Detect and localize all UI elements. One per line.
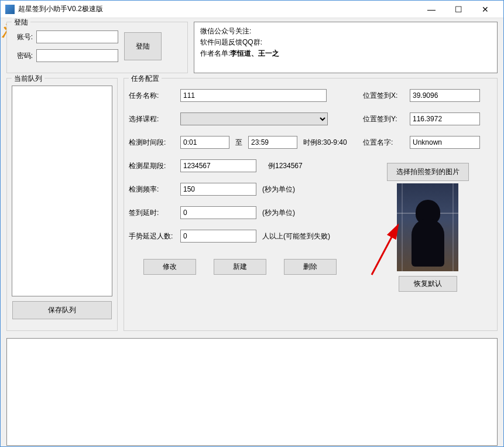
time-label: 检测时间段: — [129, 138, 174, 148]
login-button[interactable]: 登陆 — [124, 32, 162, 60]
info-line2: 软件问题反馈QQ群: — [200, 37, 491, 48]
delay-input[interactable] — [180, 206, 256, 219]
info-line1: 微信公众号关注: — [200, 26, 491, 37]
delay-hint: (秒为单位) — [262, 208, 295, 218]
queue-legend: 当前队列 — [12, 74, 44, 84]
queue-list[interactable] — [12, 86, 112, 296]
locy-label: 位置签到Y: — [363, 114, 404, 124]
week-label: 检测星期段: — [129, 161, 174, 171]
delay-label: 签到延时: — [129, 208, 174, 218]
delete-button[interactable]: 删除 — [284, 259, 337, 275]
gesture-hint: 人以上(可能签到失败) — [262, 231, 330, 241]
course-label: 选择课程: — [129, 114, 174, 124]
freq-label: 检测频率: — [129, 185, 174, 195]
week-input[interactable] — [180, 159, 256, 172]
modify-button[interactable]: 修改 — [143, 259, 196, 275]
minimize-button[interactable]: — — [418, 1, 445, 18]
account-input[interactable] — [36, 30, 118, 43]
freq-hint: (秒为单位) — [262, 185, 295, 195]
time-from-input[interactable] — [180, 136, 229, 149]
new-button[interactable]: 新建 — [214, 259, 266, 275]
login-group: 登陆 账号: 密码: 登陆 — [6, 22, 188, 73]
locname-label: 位置名字: — [363, 138, 404, 148]
task-group: 任务配置 任务名称: 选择课程: 检测时间段: — [124, 78, 498, 331]
account-label: 账号: — [12, 32, 33, 42]
week-hint: 例1234567 — [268, 161, 303, 171]
task-name-input[interactable] — [180, 89, 327, 102]
photo-preview — [397, 183, 458, 271]
info-panel: 微信公众号关注: 软件问题反馈QQ群: 作者名单:李恒道、王一之 — [194, 22, 498, 73]
queue-group: 当前队列 保存队列 — [6, 78, 118, 331]
password-input[interactable] — [36, 49, 118, 62]
titlebar: 超星签到小助手V0.2极速版 — ☐ ✕ — [1, 1, 503, 18]
task-name-label: 任务名称: — [129, 91, 174, 101]
freq-input[interactable] — [180, 183, 256, 196]
window-title: 超星签到小助手V0.2极速版 — [18, 4, 418, 14]
select-photo-button[interactable]: 选择拍照签到的图片 — [387, 163, 469, 181]
time-to-input[interactable] — [248, 136, 297, 149]
task-legend: 任务配置 — [129, 74, 162, 84]
time-hint: 时例8:30-9:40 — [303, 138, 347, 148]
course-select[interactable] — [180, 112, 328, 125]
save-queue-button[interactable]: 保存队列 — [12, 301, 112, 319]
close-button[interactable]: ✕ — [472, 1, 499, 18]
app-icon — [5, 5, 15, 14]
locy-input[interactable] — [410, 112, 480, 125]
locx-label: 位置签到X: — [363, 91, 404, 101]
gesture-label: 手势延迟人数: — [129, 231, 174, 241]
info-line3: 作者名单:李恒道、王一之 — [200, 48, 491, 59]
locx-input[interactable] — [410, 89, 480, 102]
log-output[interactable] — [6, 338, 498, 446]
login-legend: 登陆 — [12, 18, 30, 28]
password-label: 密码: — [12, 51, 33, 61]
locname-input[interactable] — [410, 136, 480, 149]
restore-default-button[interactable]: 恢复默认 — [399, 276, 457, 292]
time-to-label: 至 — [235, 138, 242, 148]
maximize-button[interactable]: ☐ — [445, 1, 472, 18]
gesture-input[interactable] — [180, 230, 256, 243]
